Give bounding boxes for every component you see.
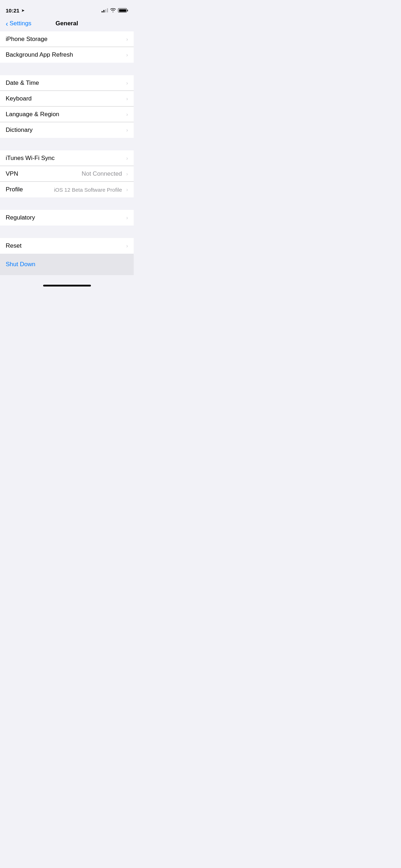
- setting-row-regulatory[interactable]: Regulatory ›: [0, 210, 134, 226]
- section-separator-4: [0, 226, 134, 238]
- shut-down-section: Shut Down: [0, 254, 134, 275]
- back-button[interactable]: ‹ Settings: [3, 17, 34, 30]
- back-label: Settings: [10, 20, 31, 27]
- chevron-right-icon: ›: [126, 155, 128, 161]
- signal-bar-2: [103, 10, 104, 12]
- setting-row-reset[interactable]: Reset ›: [0, 238, 134, 254]
- bottom-padding: [0, 275, 134, 289]
- wifi-icon: [110, 8, 116, 12]
- setting-label: Date & Time: [6, 79, 126, 87]
- status-right: [102, 8, 128, 12]
- section-separator-1: [0, 63, 134, 75]
- time-label: 10:21: [6, 7, 19, 14]
- nav-header: ‹ Settings General: [0, 16, 134, 31]
- chevron-right-icon: ›: [126, 36, 128, 42]
- setting-value: iOS 12 Beta Software Profile: [54, 187, 122, 193]
- chevron-right-icon: ›: [126, 112, 128, 117]
- location-icon: ➤: [21, 9, 24, 12]
- status-time: 10:21 ➤: [6, 7, 24, 14]
- setting-label: Dictionary: [6, 126, 126, 134]
- setting-label: Regulatory: [6, 214, 126, 221]
- section-separator-3: [0, 197, 134, 210]
- section-separator-2: [0, 138, 134, 150]
- battery-icon: [118, 8, 128, 12]
- section-group-5: Reset ›: [0, 238, 134, 254]
- setting-row-keyboard[interactable]: Keyboard ›: [0, 91, 134, 107]
- setting-row-language-region[interactable]: Language & Region ›: [0, 107, 134, 122]
- setting-row-vpn[interactable]: VPN Not Connected ›: [0, 166, 134, 182]
- shut-down-row[interactable]: Shut Down: [0, 254, 134, 275]
- chevron-right-icon: ›: [126, 243, 128, 249]
- shut-down-label: Shut Down: [6, 261, 35, 268]
- chevron-right-icon: ›: [126, 187, 128, 192]
- page-title: General: [56, 20, 78, 27]
- chevron-right-icon: ›: [126, 171, 128, 177]
- setting-row-iphone-storage[interactable]: iPhone Storage ›: [0, 31, 134, 47]
- setting-label: Keyboard: [6, 95, 126, 102]
- setting-label: Language & Region: [6, 111, 126, 118]
- setting-label: Profile: [6, 186, 54, 193]
- chevron-right-icon: ›: [126, 127, 128, 133]
- home-indicator: [43, 285, 91, 286]
- setting-label: iTunes Wi-Fi Sync: [6, 155, 126, 162]
- section-group-3: iTunes Wi-Fi Sync › VPN Not Connected › …: [0, 150, 134, 197]
- setting-label: iPhone Storage: [6, 36, 126, 43]
- setting-row-dictionary[interactable]: Dictionary ›: [0, 122, 134, 138]
- setting-label: Background App Refresh: [6, 51, 126, 58]
- chevron-right-icon: ›: [126, 80, 128, 86]
- chevron-right-icon: ›: [126, 215, 128, 221]
- setting-value: Not Connected: [82, 170, 122, 177]
- signal-bar-3: [105, 9, 106, 12]
- signal-bars: [102, 8, 108, 12]
- section-group-1: iPhone Storage › Background App Refresh …: [0, 31, 134, 63]
- signal-bar-1: [102, 11, 103, 12]
- section-group-4: Regulatory ›: [0, 210, 134, 226]
- status-bar: 10:21 ➤: [0, 0, 134, 16]
- chevron-right-icon: ›: [126, 96, 128, 102]
- signal-bar-4: [107, 8, 108, 12]
- setting-row-profile[interactable]: Profile iOS 12 Beta Software Profile ›: [0, 182, 134, 197]
- back-chevron-icon: ‹: [6, 20, 8, 27]
- settings-content: iPhone Storage › Background App Refresh …: [0, 31, 134, 289]
- chevron-right-icon: ›: [126, 52, 128, 58]
- setting-label: Reset: [6, 242, 126, 249]
- setting-row-date-time[interactable]: Date & Time ›: [0, 75, 134, 91]
- section-group-2: Date & Time › Keyboard › Language & Regi…: [0, 75, 134, 138]
- setting-row-background-app-refresh[interactable]: Background App Refresh ›: [0, 47, 134, 63]
- setting-label: VPN: [6, 170, 82, 177]
- setting-row-itunes-wifi-sync[interactable]: iTunes Wi-Fi Sync ›: [0, 150, 134, 166]
